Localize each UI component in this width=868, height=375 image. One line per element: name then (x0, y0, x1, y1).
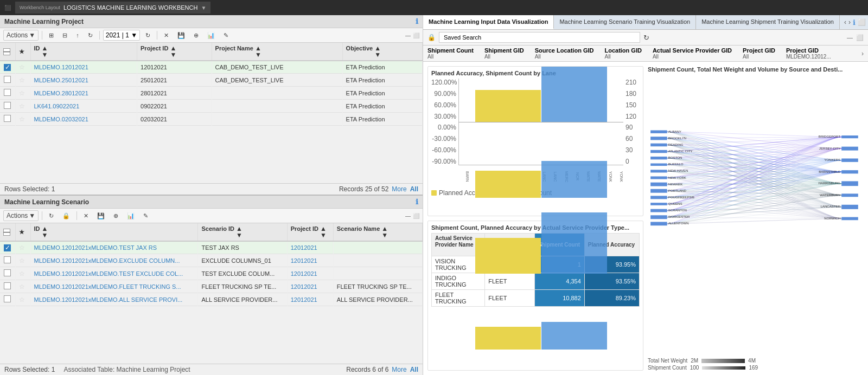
project-col-objective[interactable]: Objective ▲▼ (342, 43, 422, 61)
row-checkbox-input[interactable] (4, 269, 11, 276)
scenario-col-star[interactable]: ★ (15, 223, 30, 241)
row-checkbox-input[interactable]: ✓ (4, 64, 11, 71)
tabs-prev-icon[interactable]: ‹ (844, 18, 846, 26)
project-minimize-btn[interactable]: — (405, 33, 411, 38)
row-id[interactable]: MLDEMO.25012021 (30, 74, 137, 87)
row-checkbox[interactable] (0, 100, 15, 113)
project-col-id[interactable]: ID ▲▼ (30, 43, 137, 61)
project-table-container[interactable]: — ★ ID ▲▼ Project ID ▲▼ Project Name ▲▼ (0, 43, 423, 183)
scenario-delete-btn[interactable]: ✕ (80, 211, 92, 221)
scenario-maximize-btn[interactable]: ⬜ (413, 213, 419, 219)
row-checkbox-input[interactable]: ✓ (4, 244, 11, 251)
project-more-btn[interactable]: More (392, 185, 406, 193)
row-star[interactable]: ☆ (15, 267, 30, 280)
scenario-col-checkbox[interactable]: — (0, 223, 15, 241)
star-icon[interactable]: ☆ (19, 270, 25, 277)
row-checkbox[interactable] (0, 74, 15, 87)
scenario-table-row[interactable]: ☆ MLDEMO.12012021xMLDEMO.TEST EXCLUDE CO… (0, 267, 423, 280)
row-id[interactable]: MLDEMO.12012021xMLDEMO.TEST JAX RS (30, 241, 198, 254)
row-checkbox[interactable] (0, 293, 15, 306)
star-icon[interactable]: ☆ (19, 63, 25, 71)
scenario-lock-btn[interactable]: 🔒 (59, 211, 73, 221)
project-info-icon[interactable]: ℹ (416, 17, 418, 25)
row-checkbox-input[interactable] (4, 115, 11, 122)
row-checkbox-input[interactable] (4, 295, 11, 302)
row-id[interactable]: MLDEMO.12012021xMLDEMO.EXCLUDE COLUMN... (30, 254, 198, 267)
project-table-row[interactable]: ☆ MLDEMO.25012021 25012021 CAB_DEMO_TEST… (0, 74, 423, 87)
star-icon[interactable]: ☆ (19, 257, 25, 264)
year-selector[interactable]: 2021 | 1 ▼ (103, 30, 140, 41)
scenario-info-icon[interactable]: ℹ (416, 198, 418, 206)
row-star[interactable]: ☆ (15, 74, 30, 87)
row-checkbox[interactable] (0, 87, 15, 100)
row-checkbox-input[interactable] (4, 256, 11, 263)
scenario-clone-btn[interactable]: ⊕ (110, 211, 122, 221)
row-id[interactable]: MLDEMO.12012021 (30, 61, 137, 74)
chart-btn[interactable]: 📊 (204, 30, 218, 41)
project-table-row[interactable]: ✓ ☆ MLDEMO.12012021 12012021 CAB_DEMO_TE… (0, 61, 423, 74)
project-maximize-btn[interactable]: ⬜ (413, 33, 419, 38)
clone-btn[interactable]: ⊕ (190, 30, 202, 41)
row-project-id[interactable]: 12012021 (287, 267, 333, 280)
scenario-minimize-btn[interactable]: — (405, 213, 411, 219)
scenario-refresh-btn[interactable]: ↻ (46, 211, 57, 221)
star-icon[interactable]: ☆ (19, 244, 25, 251)
project-table-row[interactable]: ☆ LK641.09022021 09022021 ETA Prediction (0, 100, 423, 113)
right-tab-1[interactable]: Machine Learning Scenario Training Visua… (554, 15, 696, 29)
star-icon[interactable]: ☆ (19, 102, 25, 110)
project-col-checkbox[interactable]: — (0, 43, 15, 61)
project-actions-btn[interactable]: Actions ▼ (3, 30, 39, 41)
scenario-actions-btn[interactable]: Actions ▼ (3, 210, 39, 221)
project-col-projectid[interactable]: Project ID ▲▼ (137, 43, 212, 61)
scenario-all-btn[interactable]: All (410, 366, 418, 373)
row-checkbox-input[interactable] (4, 102, 11, 109)
workbench-title[interactable]: Workbench Layout LOGISTICS MACHINE LEARN… (15, 2, 210, 14)
scenario-save-btn[interactable]: 💾 (94, 211, 108, 221)
row-id[interactable]: MLDEMO.12012021xMLDEMO.TEST EXCLUDE COL.… (30, 267, 198, 280)
saved-search-input[interactable] (439, 32, 640, 43)
grid-view-btn[interactable]: ⊞ (46, 30, 57, 41)
scenario-col-id[interactable]: ID ▲▼ (30, 223, 198, 241)
row-project-id[interactable]: 12012021 (287, 254, 333, 267)
search-maximize-btn[interactable]: ⬜ (856, 34, 864, 41)
row-checkbox[interactable]: ✓ (0, 61, 15, 74)
project-col-projectname[interactable]: Project Name ▲▼ (212, 43, 342, 61)
row-checkbox[interactable] (0, 280, 15, 293)
scenario-more-btn[interactable]: More (392, 366, 406, 373)
row-star[interactable]: ☆ (15, 280, 30, 293)
row-project-id[interactable]: 12012021 (287, 241, 333, 254)
scenario-col-projectid[interactable]: Project ID ▲▼ (287, 223, 333, 241)
scenario-select-all[interactable]: — (3, 229, 10, 236)
search-minimize-btn[interactable]: — (847, 34, 853, 41)
row-checkbox-input[interactable] (4, 282, 11, 289)
row-star[interactable]: ☆ (15, 241, 30, 254)
col-headers-chevron-right[interactable]: › (861, 50, 864, 57)
row-id[interactable]: MLDEMO.12012021xMLDEMO.FLEET TRUCKING S.… (30, 280, 198, 293)
scenario-table-container[interactable]: — ★ ID ▲▼ Scenario ID ▲▼ Project ID ▲▼ (0, 223, 423, 364)
scenario-col-scenarioid[interactable]: Scenario ID ▲▼ (198, 223, 287, 241)
project-all-btn[interactable]: All (410, 185, 418, 193)
search-refresh-btn[interactable]: ↻ (643, 34, 649, 42)
save-btn[interactable]: 💾 (174, 30, 188, 41)
row-star[interactable]: ☆ (15, 100, 30, 113)
scenario-chart-btn[interactable]: 📊 (124, 211, 138, 221)
star-icon[interactable]: ☆ (19, 115, 25, 123)
right-panel-maximize-icon[interactable]: ⬜ (858, 18, 866, 26)
right-panel-info-icon[interactable]: ℹ (853, 18, 856, 27)
delete-btn[interactable]: ✕ (161, 30, 172, 41)
scenario-edit-btn[interactable]: ✎ (140, 211, 151, 221)
scenario-table-row[interactable]: ☆ MLDEMO.12012021xMLDEMO.ALL SERVICE PRO… (0, 293, 423, 306)
row-checkbox[interactable] (0, 267, 15, 280)
scenario-table-row[interactable]: ☆ MLDEMO.12012021xMLDEMO.EXCLUDE COLUMN.… (0, 254, 423, 267)
row-star[interactable]: ☆ (15, 113, 30, 126)
refresh-btn[interactable]: ↻ (85, 30, 96, 41)
project-table-row[interactable]: ☆ MLDEMO.02032021 02032021 ETA Predictio… (0, 113, 423, 126)
scenario-col-scenarioname[interactable]: Scenario Name ▲▼ (333, 223, 422, 241)
export-btn[interactable]: ↑ (73, 30, 82, 40)
star-icon[interactable]: ☆ (19, 283, 25, 290)
right-tab-2[interactable]: Machine Learning Shipment Training Visua… (696, 15, 840, 29)
right-tab-0[interactable]: Machine Learning Input Data Visualizatio… (423, 15, 554, 29)
dropdown-arrow-icon[interactable]: ▼ (201, 5, 206, 11)
scenario-table-row[interactable]: ✓ ☆ MLDEMO.12012021xMLDEMO.TEST JAX RS T… (0, 241, 423, 254)
project-table-row[interactable]: ☆ MLDEMO.28012021 28012021 ETA Predictio… (0, 87, 423, 100)
